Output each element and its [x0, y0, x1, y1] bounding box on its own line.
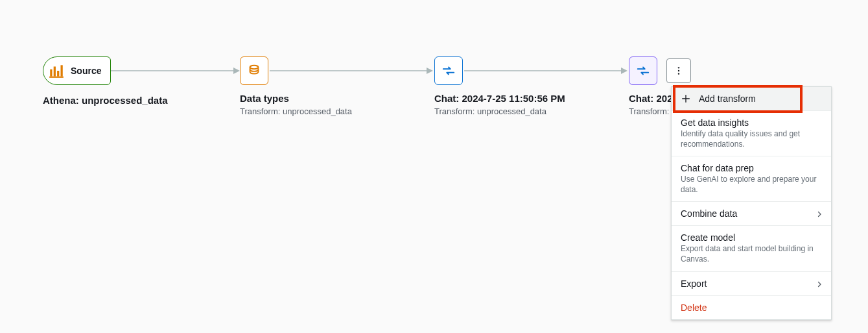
svg-rect-6: [50, 69, 52, 77]
node-chat-1[interactable]: Chat: 2024-7-25 11:50:56 PM Transform: u…: [434, 56, 609, 116]
svg-point-14: [678, 73, 679, 74]
menu-export[interactable]: Export: [672, 272, 831, 296]
source-pill-label: Source: [71, 66, 104, 76]
svg-marker-5: [621, 68, 628, 74]
node-subtitle: Transform: unprocessed_data: [240, 106, 415, 116]
more-vertical-icon: [674, 66, 684, 76]
node-subtitle: Transform: unprocessed_data: [434, 106, 609, 116]
transform-icon: [434, 56, 463, 85]
svg-rect-9: [61, 65, 63, 76]
chevron-right-icon: [815, 210, 823, 220]
menu-add-transform[interactable]: Add transform: [672, 87, 831, 111]
menu-item-label: Combine data: [681, 208, 822, 219]
node-title: Data types: [240, 93, 415, 104]
node-data-types[interactable]: Data types Transform: unprocessed_data: [240, 56, 415, 116]
menu-chat-prep[interactable]: Chat for data prep Use GenAI to explore …: [672, 156, 831, 202]
node-overflow-button[interactable]: [666, 58, 691, 83]
transform-icon: [629, 56, 657, 85]
svg-point-11: [250, 66, 259, 69]
menu-item-label: Create model: [681, 232, 822, 243]
menu-item-label: Export: [681, 278, 822, 289]
svg-rect-8: [57, 71, 59, 77]
menu-get-insights[interactable]: Get data insights Identify data quality …: [672, 111, 831, 156]
node-title: Chat: 2024-7-25 11:50:56 PM: [434, 93, 609, 104]
plus-icon: [681, 93, 691, 104]
menu-item-desc: Export data and start model building in …: [681, 244, 822, 264]
menu-item-label: Add transform: [699, 93, 756, 104]
database-icon: [240, 56, 268, 85]
menu-delete[interactable]: Delete: [672, 296, 831, 319]
menu-item-label: Get data insights: [681, 117, 822, 128]
menu-item-label: Chat for data prep: [681, 163, 822, 173]
svg-marker-3: [427, 68, 433, 74]
flow-canvas: { "source": { "pill_label": "Source", "t…: [0, 0, 868, 333]
svg-point-12: [678, 67, 679, 68]
connector-1: [110, 67, 240, 76]
node-context-menu: Add transform Get data insights Identify…: [671, 86, 832, 320]
menu-item-desc: Identify data quality issues and get rec…: [681, 129, 822, 149]
svg-point-13: [678, 70, 679, 71]
menu-item-label: Delete: [681, 302, 822, 313]
svg-marker-1: [233, 68, 240, 74]
chevron-right-icon: [815, 280, 823, 290]
svg-rect-10: [49, 77, 64, 78]
menu-item-desc: Use GenAI to explore and prepare your da…: [681, 175, 822, 195]
source-node[interactable]: Source: [43, 56, 111, 85]
menu-create-model[interactable]: Create model Export data and start model…: [672, 226, 831, 271]
source-title: Athena: unprocessed_data: [43, 95, 168, 106]
svg-rect-7: [54, 67, 56, 77]
athena-icon: [47, 62, 65, 80]
menu-combine-data[interactable]: Combine data: [672, 202, 831, 226]
